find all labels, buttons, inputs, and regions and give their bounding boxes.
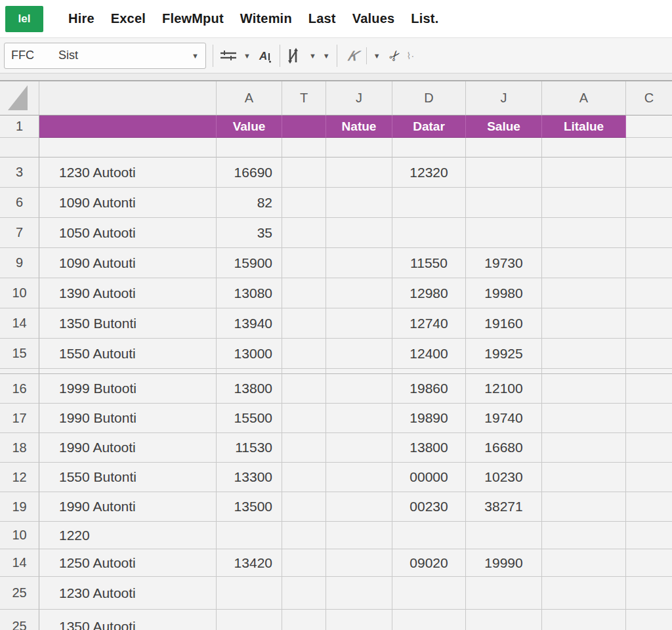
cell-litalue[interactable] <box>542 577 626 610</box>
cell-c[interactable] <box>626 374 672 404</box>
cell-c[interactable] <box>626 339 672 369</box>
row-number[interactable]: 1 <box>0 116 39 138</box>
cell-litalue[interactable] <box>542 188 626 218</box>
cell-salue[interactable]: 10230 <box>466 463 542 492</box>
row-number[interactable]: 6 <box>0 188 39 218</box>
cell-litalue[interactable] <box>542 433 626 463</box>
menu-item[interactable]: FlewMput <box>162 11 224 26</box>
cell-t[interactable] <box>282 610 326 630</box>
cell-t[interactable] <box>282 308 326 339</box>
cell-datar[interactable] <box>392 138 466 158</box>
app-logo[interactable]: lel <box>5 6 43 32</box>
cell-t[interactable] <box>282 158 326 188</box>
cell-c[interactable] <box>626 308 672 339</box>
cell-c[interactable] <box>626 522 672 549</box>
cell-salue[interactable]: 16680 <box>466 433 542 463</box>
cell-natue[interactable] <box>326 492 392 522</box>
cell-c[interactable] <box>626 158 672 188</box>
name-box[interactable]: FFC Sist ▼ <box>4 43 206 69</box>
cell-value[interactable]: 13420 <box>217 549 282 577</box>
cell-label[interactable]: 1090 Autonti <box>39 188 217 218</box>
row-number[interactable]: 10 <box>0 278 39 308</box>
chevron-down-icon[interactable]: ▼ <box>243 52 251 60</box>
cell-label[interactable]: 1250 Autooti <box>39 549 217 577</box>
cell-datar[interactable] <box>392 610 466 630</box>
cell-label[interactable]: 1990 Autonti <box>39 492 217 522</box>
cell-c[interactable] <box>626 369 672 374</box>
column-header[interactable]: A <box>542 81 626 116</box>
cell-salue[interactable]: 19990 <box>466 549 542 577</box>
column-header[interactable]: J <box>466 81 542 116</box>
chevron-down-icon[interactable]: ▼ <box>309 52 316 60</box>
cell-natue[interactable] <box>326 433 392 463</box>
cell-c[interactable] <box>626 404 672 433</box>
cell-datar[interactable]: 12400 <box>392 339 466 369</box>
cell-litalue[interactable] <box>542 278 626 308</box>
cell-salue[interactable]: 19160 <box>466 308 542 339</box>
cell-label[interactable]: 1350 Butonti <box>39 308 217 339</box>
cell-datar[interactable]: 00230 <box>392 492 466 522</box>
cell-salue[interactable]: 19980 <box>466 278 542 308</box>
cell-value[interactable] <box>217 522 282 549</box>
cell-value[interactable]: 15500 <box>217 404 282 433</box>
cell-salue[interactable] <box>466 138 542 158</box>
cell-natue[interactable] <box>326 188 392 218</box>
menu-item[interactable]: Witemin <box>240 11 292 26</box>
cell-salue[interactable] <box>466 369 542 374</box>
header-cell[interactable] <box>39 116 217 138</box>
cell-natue[interactable] <box>326 610 392 630</box>
cell-litalue[interactable] <box>542 463 626 492</box>
row-number[interactable] <box>0 138 39 158</box>
cell-value[interactable]: 13000 <box>217 339 282 369</box>
column-header[interactable]: T <box>282 81 326 116</box>
chevron-down-icon[interactable]: ▼ <box>373 52 381 60</box>
cell-value[interactable] <box>217 369 282 374</box>
cell-litalue[interactable] <box>542 248 626 278</box>
column-header[interactable]: D <box>392 81 466 116</box>
cell-datar[interactable]: 11550 <box>392 248 466 278</box>
menu-item[interactable]: Hire <box>68 11 94 26</box>
menu-item[interactable]: Last <box>308 11 336 26</box>
cell-label[interactable] <box>39 369 217 374</box>
cell-salue[interactable] <box>466 610 542 630</box>
row-number[interactable]: 9 <box>0 248 39 278</box>
cell-value[interactable]: 13500 <box>217 492 282 522</box>
cell-c[interactable] <box>626 278 672 308</box>
cell-c[interactable] <box>626 218 672 248</box>
row-number[interactable]: 16 <box>0 374 39 404</box>
select-all-corner[interactable] <box>0 81 39 116</box>
cell-value[interactable]: 11530 <box>217 433 282 463</box>
cell-natue[interactable] <box>326 577 392 610</box>
row-number[interactable]: 14 <box>0 549 39 577</box>
cell-t[interactable] <box>282 522 326 549</box>
cell-litalue[interactable] <box>542 404 626 433</box>
cell-salue[interactable] <box>466 158 542 188</box>
cell-litalue[interactable] <box>542 492 626 522</box>
cell-salue[interactable] <box>466 188 542 218</box>
menu-item[interactable]: Excel <box>111 11 146 26</box>
cell-datar[interactable] <box>392 188 466 218</box>
header-cell[interactable]: Natue <box>326 116 392 138</box>
cell-natue[interactable] <box>326 404 392 433</box>
cell-natue[interactable] <box>326 339 392 369</box>
header-cell-empty[interactable] <box>626 116 672 138</box>
cell-t[interactable] <box>282 218 326 248</box>
cell-natue[interactable] <box>326 138 392 158</box>
row-number[interactable]: 17 <box>0 404 39 433</box>
cell-label[interactable]: 1350 Autooti <box>39 610 217 630</box>
cell-natue[interactable] <box>326 158 392 188</box>
cell-salue[interactable] <box>466 577 542 610</box>
cell-natue[interactable] <box>326 218 392 248</box>
column-header[interactable] <box>39 81 217 116</box>
row-number[interactable]: 25 <box>0 577 39 610</box>
cell-datar[interactable]: 12980 <box>392 278 466 308</box>
cell-litalue[interactable] <box>542 610 626 630</box>
header-cell[interactable] <box>282 116 326 138</box>
cell-label[interactable]: 1050 Autooti <box>39 218 217 248</box>
cell-label[interactable]: 1390 Autooti <box>39 278 217 308</box>
cell-natue[interactable] <box>326 369 392 374</box>
cell-datar[interactable]: 09020 <box>392 549 466 577</box>
cell-t[interactable] <box>282 188 326 218</box>
filter-n-icon[interactable] <box>287 46 303 66</box>
row-number[interactable]: 18 <box>0 433 39 463</box>
